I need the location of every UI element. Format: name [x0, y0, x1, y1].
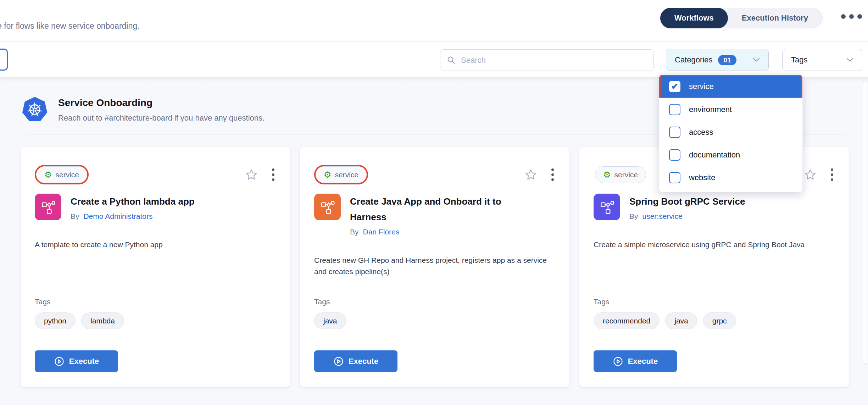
- checkbox-icon[interactable]: [669, 127, 680, 138]
- card-description: A template to create a new Python app: [35, 239, 276, 250]
- tags-label: Tags: [35, 298, 50, 306]
- search-icon: [447, 56, 456, 65]
- kubernetes-icon: [22, 97, 48, 122]
- tag-pill: java: [314, 312, 346, 329]
- play-icon: [333, 356, 344, 367]
- tags-label: Tags: [314, 298, 330, 306]
- card-description: Creates new GH Repo and Harness project,…: [314, 255, 555, 277]
- workflow-card: ⚙ service: [21, 147, 290, 387]
- tab-workflows[interactable]: Workflows: [660, 8, 728, 28]
- tag-pill: grpc: [703, 312, 736, 329]
- tag-pill: recommended: [594, 312, 660, 329]
- execute-button[interactable]: Execute: [35, 350, 118, 372]
- view-toggle-group: Workflows Execution History: [660, 8, 823, 28]
- author-link[interactable]: Dan Flores: [363, 228, 400, 236]
- more-options-icon[interactable]: [841, 14, 862, 19]
- chevron-down-icon: [753, 58, 760, 62]
- categories-count-badge: 01: [718, 55, 736, 65]
- section-title: Service Onboarding: [58, 97, 152, 109]
- author-link[interactable]: Demo Administrators: [84, 212, 153, 221]
- cut-off-button[interactable]: [0, 49, 8, 71]
- by-label: By: [350, 228, 359, 236]
- by-label: By: [71, 212, 79, 221]
- workflow-icon: [35, 194, 61, 220]
- annotation-highlight: ⚙ service: [314, 165, 368, 184]
- categories-label: Categories: [675, 55, 712, 65]
- checkbox-icon[interactable]: [669, 172, 680, 183]
- category-chip: ⚙ service: [595, 166, 646, 183]
- workflow-icon: [594, 194, 620, 220]
- gear-icon: ⚙: [44, 171, 52, 179]
- workflow-icon: [314, 194, 341, 220]
- section-subtitle: Reach out to #architecture-board if you …: [58, 113, 265, 123]
- scrollbar-thumb[interactable]: [863, 81, 867, 365]
- checkbox-icon[interactable]: [669, 104, 680, 115]
- card-menu-icon[interactable]: [271, 167, 276, 182]
- dropdown-option-service[interactable]: service: [659, 75, 802, 98]
- card-title: Create Java App and Onboard it to Harnes…: [350, 194, 534, 225]
- chip-ring: ⚙ service: [594, 165, 647, 184]
- by-label: By: [629, 212, 638, 221]
- execute-button[interactable]: Execute: [594, 350, 677, 372]
- chevron-down-icon: [846, 58, 853, 62]
- tag-pill: python: [35, 312, 76, 329]
- dropdown-option-documentation[interactable]: documentation: [659, 144, 802, 166]
- tags-label: Tags: [594, 298, 609, 306]
- favorite-star-icon[interactable]: [245, 168, 258, 181]
- play-icon: [54, 356, 65, 367]
- categories-dropdown-menu: service environment access documentation…: [659, 74, 803, 192]
- gear-icon: ⚙: [603, 171, 611, 179]
- favorite-star-icon[interactable]: [524, 168, 537, 181]
- tags-filter-label: Tags: [791, 55, 807, 65]
- author-link[interactable]: user:service: [642, 212, 683, 221]
- checkbox-checked-icon[interactable]: [669, 81, 680, 92]
- card-menu-icon[interactable]: [829, 167, 835, 182]
- category-chip: ⚙ service: [316, 166, 367, 183]
- category-chip: ⚙ service: [36, 166, 87, 183]
- header-divider: [0, 41, 868, 42]
- workflow-card: ⚙ service: [300, 147, 569, 387]
- intro-text: e for flows like new service onboarding.: [0, 21, 139, 31]
- tag-pill: java: [665, 312, 697, 329]
- dropdown-option-environment[interactable]: environment: [659, 98, 802, 121]
- search-input[interactable]: [461, 56, 647, 65]
- execute-button[interactable]: Execute: [314, 350, 397, 372]
- card-title: Spring Boot gRPC Service: [629, 194, 745, 209]
- card-menu-icon[interactable]: [550, 167, 555, 182]
- play-icon: [613, 356, 623, 367]
- annotation-highlight: ⚙ service: [35, 165, 89, 184]
- tab-execution-history[interactable]: Execution History: [728, 8, 822, 28]
- search-box: [440, 49, 654, 71]
- card-description: Create a simple microservice using gRPC …: [594, 239, 820, 250]
- gear-icon: ⚙: [324, 171, 332, 179]
- card-title: Create a Python lambda app: [71, 194, 195, 209]
- dropdown-option-access[interactable]: access: [659, 121, 802, 144]
- dropdown-option-website[interactable]: website: [659, 166, 802, 189]
- tag-pill: lambda: [81, 312, 124, 329]
- checkbox-icon[interactable]: [669, 149, 680, 161]
- favorite-star-icon[interactable]: [804, 168, 817, 181]
- tags-dropdown-button[interactable]: Tags: [782, 49, 862, 71]
- categories-dropdown-button[interactable]: Categories 01: [666, 49, 769, 71]
